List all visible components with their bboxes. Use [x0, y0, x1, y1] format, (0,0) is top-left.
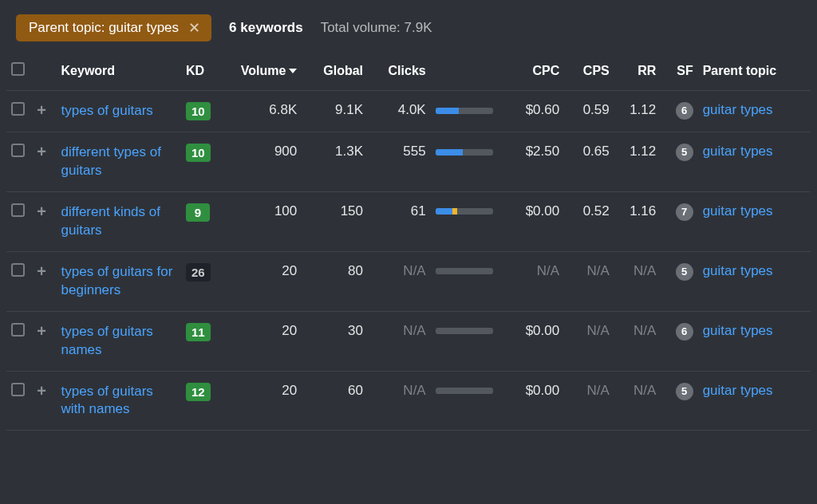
close-icon[interactable]: ✕: [188, 21, 200, 35]
kd-badge: 26: [186, 263, 211, 282]
parent-topic-link[interactable]: guitar types: [703, 102, 773, 117]
cps-cell: N/A: [564, 371, 614, 431]
volume-cell: 20: [226, 371, 302, 431]
parent-topic-link[interactable]: guitar types: [703, 383, 773, 398]
cps-cell: N/A: [564, 311, 614, 371]
parent-topic-link[interactable]: guitar types: [703, 263, 773, 278]
row-checkbox[interactable]: [11, 263, 25, 277]
table-row: +types of guitars106.8K9.1K4.0K$0.600.59…: [6, 91, 811, 132]
table-row: +types of guitars names112030N/A$0.00N/A…: [6, 311, 811, 371]
cpc-cell: $0.00: [505, 191, 565, 251]
col-cpc[interactable]: CPC: [505, 53, 565, 91]
filter-chip-label: Parent topic: guitar types: [29, 20, 179, 36]
keyword-count: 6 keywords: [229, 20, 303, 36]
sf-badge: 6: [676, 102, 693, 120]
kd-badge: 10: [186, 144, 211, 162]
row-checkbox[interactable]: [11, 323, 25, 337]
clicks-cell: N/A: [368, 251, 431, 311]
cpc-cell: $0.00: [505, 311, 565, 371]
volume-cell: 100: [226, 191, 302, 251]
col-kd[interactable]: KD: [181, 53, 227, 91]
parent-topic-link[interactable]: guitar types: [703, 144, 773, 159]
col-clicks[interactable]: Clicks: [368, 53, 431, 91]
rr-cell: N/A: [614, 251, 661, 311]
kd-badge: 9: [186, 203, 210, 222]
top-bar: Parent topic: guitar types ✕ 6 keywords …: [0, 0, 817, 53]
row-checkbox[interactable]: [11, 203, 25, 217]
global-cell: 9.1K: [302, 91, 368, 132]
parent-topic-link[interactable]: guitar types: [703, 203, 773, 219]
keyword-link[interactable]: different types of guitars: [61, 144, 173, 180]
clicks-cell: N/A: [368, 371, 431, 431]
cps-cell: N/A: [564, 251, 614, 311]
keywords-table: Keyword KD Volume Global Clicks CPC CPS …: [6, 53, 811, 431]
rr-cell: 1.12: [614, 132, 661, 192]
sf-badge: 6: [676, 323, 693, 341]
keyword-link[interactable]: different kinds of guitars: [61, 203, 173, 240]
table-row: +types of guitars with names122060N/A$0.…: [6, 371, 811, 431]
global-cell: 150: [302, 191, 368, 251]
expand-plus-icon[interactable]: +: [37, 323, 46, 339]
rr-cell: N/A: [614, 311, 661, 371]
table-header-row: Keyword KD Volume Global Clicks CPC CPS …: [6, 53, 811, 91]
volume-cell: 20: [226, 311, 302, 371]
row-checkbox[interactable]: [11, 144, 25, 157]
keyword-link[interactable]: types of guitars names: [61, 323, 173, 360]
volume-cell: 20: [226, 251, 302, 311]
clicks-cell: 555: [368, 132, 431, 192]
cps-cell: 0.59: [564, 91, 614, 132]
cpc-cell: N/A: [505, 251, 565, 311]
clicks-bar: [436, 108, 493, 114]
total-volume: Total volume: 7.9K: [321, 20, 432, 36]
expand-plus-icon[interactable]: +: [37, 144, 46, 159]
keyword-link[interactable]: types of guitars for beginners: [61, 263, 173, 300]
clicks-bar: [436, 208, 493, 215]
clicks-cell: N/A: [368, 311, 431, 371]
kd-badge: 12: [186, 383, 211, 401]
volume-cell: 6.8K: [226, 91, 302, 132]
cps-cell: 0.52: [564, 191, 614, 251]
rr-cell: 1.16: [614, 191, 661, 251]
expand-plus-icon[interactable]: +: [37, 263, 46, 279]
clicks-bar: [436, 328, 493, 334]
expand-plus-icon[interactable]: +: [37, 203, 46, 219]
keyword-link[interactable]: types of guitars: [61, 102, 153, 120]
select-all-checkbox[interactable]: [11, 62, 25, 76]
clicks-bar: [436, 388, 493, 394]
filter-chip[interactable]: Parent topic: guitar types ✕: [16, 14, 211, 41]
sf-badge: 5: [676, 263, 693, 281]
kd-badge: 10: [186, 102, 211, 120]
col-volume[interactable]: Volume: [226, 53, 302, 91]
col-keyword[interactable]: Keyword: [57, 53, 181, 91]
table-row: +different kinds of guitars910015061$0.0…: [6, 191, 811, 251]
col-sf[interactable]: SF: [661, 53, 697, 91]
table-row: +types of guitars for beginners262080N/A…: [6, 251, 811, 311]
col-global[interactable]: Global: [302, 53, 368, 91]
sf-badge: 5: [676, 383, 693, 400]
rr-cell: N/A: [614, 371, 661, 431]
global-cell: 80: [302, 251, 368, 311]
rr-cell: 1.12: [614, 91, 661, 132]
sort-desc-icon: [289, 69, 297, 73]
col-parent[interactable]: Parent topic: [698, 53, 811, 91]
cpc-cell: $2.50: [505, 132, 565, 192]
cpc-cell: $0.00: [505, 371, 565, 431]
col-rr[interactable]: RR: [614, 53, 661, 91]
row-checkbox[interactable]: [11, 383, 25, 396]
cpc-cell: $0.60: [505, 91, 565, 132]
clicks-bar: [436, 268, 493, 274]
parent-topic-link[interactable]: guitar types: [703, 323, 773, 338]
col-cps[interactable]: CPS: [564, 53, 614, 91]
keyword-link[interactable]: types of guitars with names: [61, 383, 173, 419]
clicks-cell: 4.0K: [368, 91, 431, 132]
global-cell: 30: [302, 311, 368, 371]
row-checkbox[interactable]: [11, 102, 25, 116]
volume-cell: 900: [226, 132, 302, 192]
global-cell: 1.3K: [302, 132, 368, 192]
table-row: +different types of guitars109001.3K555$…: [6, 132, 811, 192]
expand-plus-icon[interactable]: +: [37, 383, 46, 399]
sf-badge: 7: [676, 203, 693, 221]
clicks-cell: 61: [368, 191, 431, 251]
cps-cell: 0.65: [564, 132, 614, 192]
expand-plus-icon[interactable]: +: [37, 102, 46, 118]
